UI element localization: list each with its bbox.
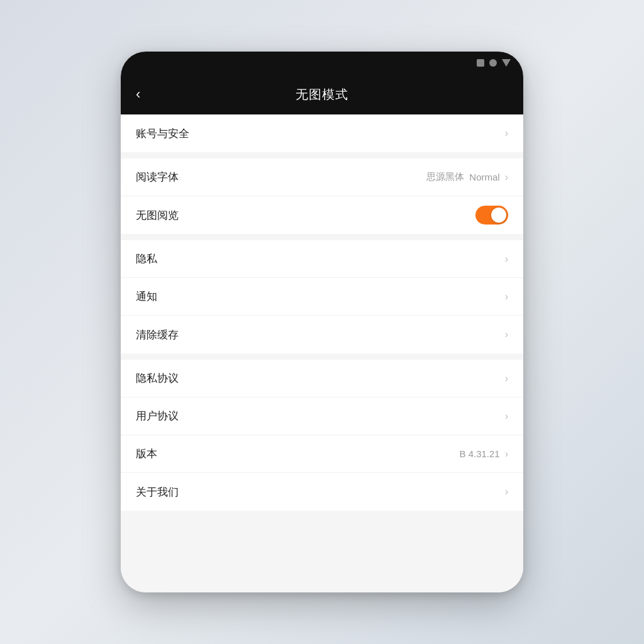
menu-item-reading-font[interactable]: 阅读字体 思源黑体 Normal › [121,158,523,196]
notification-right: › [505,291,508,303]
section-account: 账号与安全 › [121,114,523,152]
reading-font-subvalue: Normal [469,172,499,182]
page-title: 无图模式 [296,86,348,103]
status-circle-icon [489,59,497,67]
about-us-right: › [505,486,508,497]
menu-item-notification[interactable]: 通知 › [121,278,523,316]
phone-frame: ‹ 无图模式 账号与安全 › 阅读字体 思源黑体 Nor [121,52,523,592]
content-area: 账号与安全 › 阅读字体 思源黑体 Normal › 无图阅 [121,114,523,592]
chevron-icon: › [505,329,508,340]
privacy-right: › [505,253,508,265]
section-reading: 阅读字体 思源黑体 Normal › 无图阅览 [121,158,523,234]
no-image-label: 无图阅览 [136,208,179,223]
section-settings: 隐私 › 通知 › 清除缓存 › [121,240,523,353]
no-image-right [475,206,508,225]
clear-cache-right: › [505,329,508,340]
chevron-icon: › [505,172,508,183]
chevron-icon: › [505,291,508,303]
section-legal: 隐私协议 › 用户协议 › 版本 B 4.31.21 › [121,360,523,511]
chevron-icon: › [505,253,508,265]
menu-item-privacy[interactable]: 隐私 › [121,240,523,278]
status-triangle-icon [502,59,511,67]
privacy-agreement-label: 隐私协议 [136,371,179,386]
back-button[interactable]: ‹ [136,87,140,101]
chevron-icon: › [505,448,508,460]
chevron-icon: › [505,486,508,497]
about-us-label: 关于我们 [136,485,179,499]
user-agreement-right: › [505,411,508,422]
privacy-label: 隐私 [136,252,157,266]
version-right: B 4.31.21 › [459,448,508,460]
chevron-icon: › [505,411,508,422]
status-square-icon [477,59,484,67]
menu-item-user-agreement[interactable]: 用户协议 › [121,397,523,435]
menu-item-version[interactable]: 版本 B 4.31.21 › [121,435,523,473]
no-image-toggle[interactable] [475,206,508,225]
menu-item-about-us[interactable]: 关于我们 › [121,473,523,511]
menu-item-clear-cache[interactable]: 清除缓存 › [121,316,523,353]
clear-cache-label: 清除缓存 [136,328,179,342]
menu-item-account-security[interactable]: 账号与安全 › [121,114,523,152]
user-agreement-label: 用户协议 [136,409,179,423]
notification-label: 通知 [136,289,157,304]
account-security-right: › [505,128,508,139]
nav-bar: ‹ 无图模式 [121,74,523,114]
version-value: B 4.31.21 [459,448,499,459]
account-security-label: 账号与安全 [136,126,189,141]
menu-item-no-image[interactable]: 无图阅览 [121,196,523,234]
chevron-icon: › [505,373,508,384]
reading-font-right: 思源黑体 Normal › [426,171,508,183]
reading-font-value: 思源黑体 [426,171,464,183]
reading-font-label: 阅读字体 [136,170,179,184]
chevron-icon: › [505,128,508,139]
menu-item-privacy-agreement[interactable]: 隐私协议 › [121,360,523,397]
version-label: 版本 [136,447,157,461]
content-wrapper: 账号与安全 › 阅读字体 思源黑体 Normal › 无图阅 [121,114,523,511]
privacy-agreement-right: › [505,373,508,384]
status-bar [121,52,523,74]
